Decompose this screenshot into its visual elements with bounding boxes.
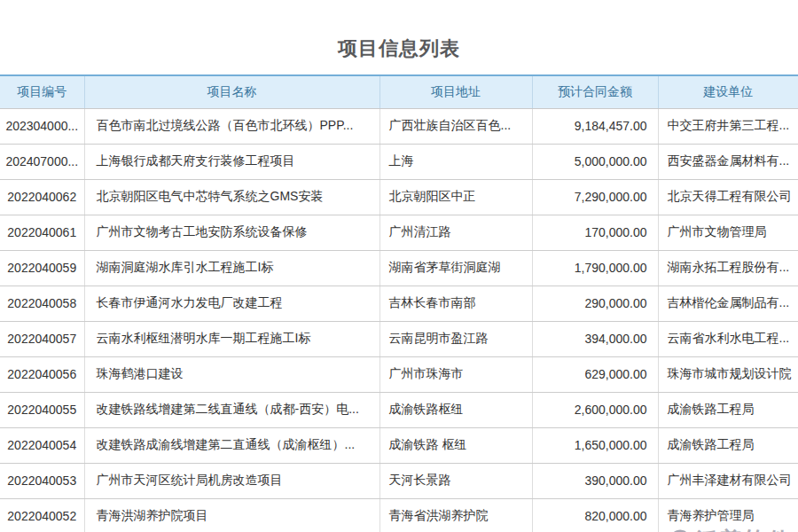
cell-name: 青海洪湖养护院项目 bbox=[84, 498, 379, 532]
table-row[interactable]: 2022040055改建铁路线增建第二线直通线（成都-西安）电...成渝铁路枢纽… bbox=[0, 392, 798, 427]
cell-name: 改建铁路线增建第二线直通线（成都-西安）电... bbox=[84, 392, 379, 427]
column-header-unit[interactable]: 建设单位 bbox=[658, 75, 798, 108]
cell-addr: 天河长景路 bbox=[379, 463, 532, 498]
cell-amount: 1,650,000.00 bbox=[532, 427, 658, 463]
cell-name: 改建铁路成渝线增建第二直通线（成渝枢纽）... bbox=[84, 427, 379, 463]
column-header-addr[interactable]: 项目地址 bbox=[379, 75, 532, 108]
table-header-row: 项目编号 项目名称 项目地址 预计合同金额 建设单位 bbox=[0, 75, 798, 108]
cell-unit: 吉林楷伦金属制品有... bbox=[658, 286, 798, 321]
cell-addr: 广州清江路 bbox=[379, 215, 532, 250]
cell-amount: 290,000.00 bbox=[532, 286, 658, 321]
cell-unit: 中交王府井第三工程... bbox=[658, 108, 798, 144]
cell-unit: 珠海市城市规划设计院 bbox=[658, 356, 798, 392]
table-body: 202304000...百色市南北过境线公路（百色市北环线）PPP...广西壮族… bbox=[0, 108, 798, 532]
cell-name: 百色市南北过境线公路（百色市北环线）PPP... bbox=[84, 108, 379, 144]
project-list-page: 项目信息列表 项目编号 项目名称 项目地址 预计合同金额 建设单位 202304… bbox=[0, 37, 798, 532]
cell-amount: 9,184,457.00 bbox=[532, 108, 658, 144]
column-header-code[interactable]: 项目编号 bbox=[0, 75, 84, 108]
cell-addr: 成渝铁路枢纽 bbox=[379, 392, 532, 427]
cell-unit: 广州丰泽建材有限公司 bbox=[658, 463, 798, 498]
cell-code: 2022040056 bbox=[0, 356, 84, 392]
cell-name: 广州市天河区统计局机房改造项目 bbox=[84, 463, 379, 498]
cell-unit: 北京天得工程有限公司 bbox=[658, 179, 798, 215]
cell-code: 2022040053 bbox=[0, 463, 84, 498]
cell-name: 广州市文物考古工地安防系统设备保修 bbox=[84, 215, 379, 250]
table-row[interactable]: 2022040057云南水利枢纽潜明水库一期工程施工I标云南昆明市盈江路394,… bbox=[0, 321, 798, 356]
cell-unit: 青海养护管理局 bbox=[658, 498, 798, 532]
cell-code: 2022040059 bbox=[0, 250, 84, 286]
cell-unit: 湖南永拓工程股份有... bbox=[658, 250, 798, 286]
cell-addr: 上海 bbox=[379, 144, 532, 179]
cell-unit: 成渝铁路工程局 bbox=[658, 392, 798, 427]
cell-code: 2022040054 bbox=[0, 427, 84, 463]
cell-code: 2022040062 bbox=[0, 179, 84, 215]
cell-name: 北京朝阳区电气中芯特气系统之GMS安装 bbox=[84, 179, 379, 215]
cell-unit: 云南省水利水电工程... bbox=[658, 321, 798, 356]
cell-name: 云南水利枢纽潜明水库一期工程施工I标 bbox=[84, 321, 379, 356]
cell-amount: 394,000.00 bbox=[532, 321, 658, 356]
cell-name: 上海银行成都天府支行装修工程项目 bbox=[84, 144, 379, 179]
cell-amount: 820,000.00 bbox=[532, 498, 658, 532]
cell-addr: 广西壮族自治区百色... bbox=[379, 108, 532, 144]
cell-addr: 成渝铁路 枢纽 bbox=[379, 427, 532, 463]
cell-addr: 吉林长春市南部 bbox=[379, 286, 532, 321]
cell-code: 2022040055 bbox=[0, 392, 84, 427]
cell-amount: 170,000.00 bbox=[532, 215, 658, 250]
table-row[interactable]: 2022040056珠海鹤港口建设广州市珠海市629,000.00珠海市城市规划… bbox=[0, 356, 798, 392]
cell-code: 2022040052 bbox=[0, 498, 84, 532]
cell-amount: 1,790,000.00 bbox=[532, 250, 658, 286]
cell-code: 2022040061 bbox=[0, 215, 84, 250]
table-row[interactable]: 2022040054改建铁路成渝线增建第二直通线（成渝枢纽）...成渝铁路 枢纽… bbox=[0, 427, 798, 463]
table-row[interactable]: 202304000...百色市南北过境线公路（百色市北环线）PPP...广西壮族… bbox=[0, 108, 798, 144]
cell-code: 202304000... bbox=[0, 108, 84, 144]
cell-code: 2022040057 bbox=[0, 321, 84, 356]
column-header-name[interactable]: 项目名称 bbox=[84, 75, 379, 108]
page-title: 项目信息列表 bbox=[0, 37, 798, 60]
cell-code: 2022040058 bbox=[0, 286, 84, 321]
cell-amount: 7,290,000.00 bbox=[532, 179, 658, 215]
cell-addr: 云南昆明市盈江路 bbox=[379, 321, 532, 356]
cell-code: 202407000... bbox=[0, 144, 84, 179]
cell-addr: 广州市珠海市 bbox=[379, 356, 532, 392]
table-row[interactable]: 2022040061广州市文物考古工地安防系统设备保修广州清江路170,000.… bbox=[0, 215, 798, 250]
table-row[interactable]: 2022040052青海洪湖养护院项目青海省洪湖养护院820,000.00青海养… bbox=[0, 498, 798, 532]
cell-amount: 629,000.00 bbox=[532, 356, 658, 392]
cell-name: 长春市伊通河水力发电厂改建工程 bbox=[84, 286, 379, 321]
table-row[interactable]: 202407000...上海银行成都天府支行装修工程项目上海5,000,000.… bbox=[0, 144, 798, 179]
cell-unit: 西安盛器金属材料有... bbox=[658, 144, 798, 179]
cell-addr: 青海省洪湖养护院 bbox=[379, 498, 532, 532]
cell-addr: 北京朝阳区中正 bbox=[379, 179, 532, 215]
cell-unit: 广州市文物管理局 bbox=[658, 215, 798, 250]
table-row[interactable]: 2022040053广州市天河区统计局机房改造项目天河长景路390,000.00… bbox=[0, 463, 798, 498]
cell-amount: 390,000.00 bbox=[532, 463, 658, 498]
table-row[interactable]: 2022040059湖南洞庭湖水库引水工程施工I标湖南省茅草街洞庭湖1,790,… bbox=[0, 250, 798, 286]
project-table: 项目编号 项目名称 项目地址 预计合同金额 建设单位 202304000...百… bbox=[0, 74, 798, 532]
table-row[interactable]: 2022040062北京朝阳区电气中芯特气系统之GMS安装北京朝阳区中正7,29… bbox=[0, 179, 798, 215]
cell-name: 珠海鹤港口建设 bbox=[84, 356, 379, 392]
cell-addr: 湖南省茅草街洞庭湖 bbox=[379, 250, 532, 286]
table-row[interactable]: 2022040058长春市伊通河水力发电厂改建工程吉林长春市南部290,000.… bbox=[0, 286, 798, 321]
cell-unit: 成渝铁路工程局 bbox=[658, 427, 798, 463]
cell-amount: 5,000,000.00 bbox=[532, 144, 658, 179]
column-header-amount[interactable]: 预计合同金额 bbox=[532, 75, 658, 108]
cell-amount: 2,600,000.00 bbox=[532, 392, 658, 427]
cell-name: 湖南洞庭湖水库引水工程施工I标 bbox=[84, 250, 379, 286]
